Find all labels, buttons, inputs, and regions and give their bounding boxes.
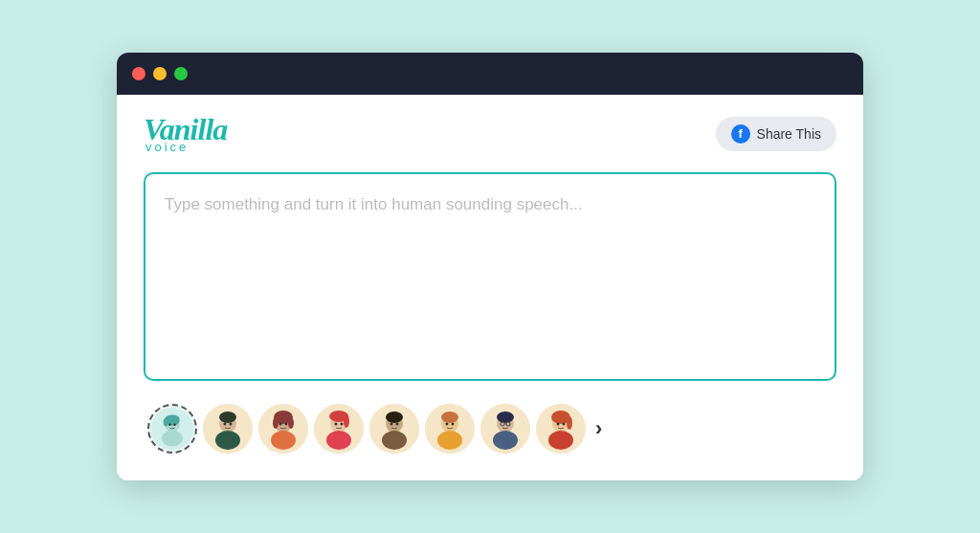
content-area: Vanilla voice f Share This: [117, 95, 863, 480]
avatar-item-3[interactable]: [258, 404, 308, 454]
speech-textarea[interactable]: [145, 174, 835, 375]
svg-point-21: [285, 423, 288, 426]
svg-point-5: [173, 424, 176, 427]
svg-point-40: [452, 423, 455, 426]
svg-point-12: [224, 423, 227, 426]
avatar-1-svg: [151, 408, 193, 450]
titlebar: [117, 53, 863, 95]
avatar-item-7[interactable]: [480, 404, 530, 454]
close-dot[interactable]: [132, 67, 145, 80]
svg-point-26: [344, 414, 349, 428]
svg-point-38: [441, 411, 458, 423]
avatar-5-svg: [369, 404, 419, 454]
avatar-item-6[interactable]: [425, 404, 475, 454]
svg-point-11: [219, 411, 236, 423]
svg-point-28: [341, 423, 344, 426]
avatars-row: ›: [144, 404, 836, 454]
avatar-6-svg: [425, 404, 475, 454]
svg-point-53: [557, 423, 560, 426]
avatars-next-chevron[interactable]: ›: [595, 416, 602, 441]
facebook-icon: f: [731, 124, 750, 144]
svg-point-44: [497, 411, 514, 423]
svg-point-4: [168, 424, 171, 427]
svg-point-37: [437, 431, 462, 450]
text-area-wrapper: [144, 172, 836, 381]
svg-point-18: [273, 417, 278, 429]
svg-point-13: [230, 423, 233, 426]
avatar-item-8[interactable]: [536, 404, 586, 454]
svg-point-24: [326, 431, 351, 450]
avatar-2-svg: [203, 404, 253, 454]
share-button[interactable]: f Share This: [716, 117, 836, 151]
avatar-4-svg: [314, 404, 364, 454]
svg-point-33: [390, 423, 393, 426]
svg-point-20: [279, 423, 282, 426]
browser-window: Vanilla voice f Share This: [117, 53, 863, 480]
avatar-item-1[interactable]: [147, 404, 197, 454]
svg-point-31: [382, 431, 407, 450]
maximize-dot[interactable]: [174, 67, 188, 80]
svg-point-7: [164, 418, 168, 426]
avatar-item-4[interactable]: [314, 404, 364, 454]
svg-point-54: [563, 423, 566, 426]
svg-point-2: [162, 431, 183, 447]
avatar-7-svg: [480, 404, 530, 454]
svg-point-39: [446, 423, 449, 426]
avatar-3-svg: [258, 404, 308, 454]
svg-point-27: [335, 423, 338, 426]
avatar-item-5[interactable]: [369, 404, 419, 454]
svg-point-34: [396, 423, 399, 426]
svg-point-19: [288, 417, 294, 429]
svg-point-52: [567, 416, 572, 430]
share-button-label: Share This: [757, 126, 821, 142]
avatar-8-svg: [536, 404, 586, 454]
svg-point-50: [548, 431, 573, 450]
svg-point-16: [271, 431, 296, 450]
svg-point-32: [386, 411, 403, 423]
minimize-dot[interactable]: [153, 67, 167, 80]
header-row: Vanilla voice f Share This: [144, 114, 836, 153]
logo-subtitle: voice: [145, 141, 189, 153]
svg-point-43: [493, 431, 518, 450]
logo-area: Vanilla voice: [144, 114, 227, 153]
svg-point-10: [215, 431, 240, 450]
avatar-item-2[interactable]: [203, 404, 253, 454]
